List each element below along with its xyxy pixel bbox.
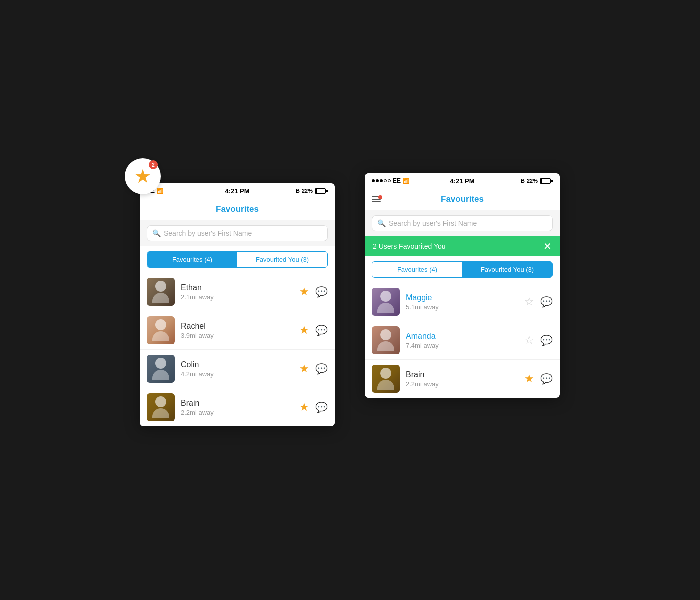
status-right-left: B 22%: [296, 188, 328, 194]
search-box-right[interactable]: 🔍 Search by user's First Name: [372, 216, 553, 232]
user-actions-brain-left: ★ 💬: [300, 401, 328, 414]
user-name-brain-left: Brain: [181, 399, 294, 408]
user-item-amanda: Amanda 7.4mi away ☆ 💬: [365, 322, 560, 360]
avatar-amanda[interactable]: [372, 326, 400, 354]
user-info-maggie: Maggie 5.1mi away: [406, 294, 518, 311]
star-brain-right[interactable]: ★: [524, 372, 534, 386]
user-name-colin: Colin: [181, 360, 294, 370]
chat-amanda[interactable]: 💬: [540, 334, 553, 346]
search-placeholder-right: Search by user's First Name: [389, 220, 477, 228]
nav-title-right: Favourites: [441, 194, 484, 204]
phone-left: EE 📶 4:21 PM B 22% Favourites: [140, 184, 335, 426]
notification-banner: 2 Users Favourited You ✕: [365, 236, 560, 256]
battery-percent-right: 22%: [527, 178, 538, 184]
tab-favourited-you-right[interactable]: Favourited You (3): [462, 262, 552, 278]
user-actions-amanda: ☆ 💬: [524, 334, 553, 347]
status-carrier-right: EE 📶: [372, 178, 410, 184]
user-actions-ethan: ★ 💬: [300, 286, 328, 298]
status-right-right: B 22%: [521, 178, 553, 184]
user-info-brain-left: Brain 2.2mi away: [181, 399, 294, 416]
search-container-right[interactable]: 🔍 Search by user's First Name: [365, 210, 560, 236]
user-item-colin: Colin 4.2mi away ★ 💬: [140, 350, 335, 388]
user-distance-brain-right: 2.2mi away: [406, 380, 518, 388]
user-name-rachel: Rachel: [181, 322, 294, 331]
user-name-maggie: Maggie: [406, 294, 518, 302]
chat-ethan[interactable]: 💬: [316, 286, 328, 298]
battery-percent-left: 22%: [302, 188, 313, 194]
carrier-right: EE: [393, 178, 401, 184]
avatar-brain-left[interactable]: [147, 394, 175, 422]
star-ethan[interactable]: ★: [300, 286, 310, 298]
notification-banner-text: 2 Users Favourited You: [373, 242, 446, 250]
user-actions-rachel: ★ 💬: [300, 324, 328, 337]
user-list-right: Maggie 5.1mi away ☆ 💬 Amanda 7.4mi away …: [365, 283, 560, 398]
scene: ★ 2 EE 📶 4:21 PM B 22%: [110, 144, 590, 456]
phone-left-wrapper: ★ 2 EE 📶 4:21 PM B 22%: [140, 174, 335, 426]
hamburger-button[interactable]: [372, 196, 381, 202]
status-bar-right: EE 📶 4:21 PM B 22%: [365, 174, 560, 188]
user-name-ethan: Ethan: [181, 284, 294, 292]
user-item-brain-right: Brain 2.2mi away ★ 💬: [365, 360, 560, 398]
avatar-colin[interactable]: [147, 355, 175, 383]
tab-favourites-left[interactable]: Favourites (4): [148, 252, 238, 268]
chat-colin[interactable]: 💬: [316, 363, 328, 375]
chat-maggie[interactable]: 💬: [540, 296, 553, 308]
user-info-amanda: Amanda 7.4mi away: [406, 332, 518, 350]
star-maggie[interactable]: ☆: [524, 296, 534, 308]
battery-icon-right: [540, 178, 553, 184]
search-icon-left: 🔍: [152, 230, 161, 238]
user-info-colin: Colin 4.2mi away: [181, 360, 294, 378]
user-item-maggie: Maggie 5.1mi away ☆ 💬: [365, 283, 560, 322]
hamburger-notification-dot: [378, 196, 382, 200]
tab-favourited-you-left[interactable]: Favourited You (3): [238, 252, 328, 268]
user-info-rachel: Rachel 3.9mi away: [181, 322, 294, 340]
user-actions-maggie: ☆ 💬: [524, 296, 553, 308]
user-distance-rachel: 3.9mi away: [181, 332, 294, 340]
tab-switcher-left[interactable]: Favourites (4) Favourited You (3): [147, 252, 328, 268]
star-badge-container: ★ 2: [125, 158, 161, 194]
user-item-brain-left: Brain 2.2mi away ★ 💬: [140, 388, 335, 426]
search-icon-right: 🔍: [378, 220, 386, 228]
search-container-left[interactable]: 🔍 Search by user's First Name: [140, 220, 335, 246]
user-distance-amanda: 7.4mi away: [406, 342, 518, 350]
user-distance-maggie: 5.1mi away: [406, 304, 518, 311]
tab-favourites-right[interactable]: Favourites (4): [372, 262, 462, 278]
status-time-left: 4:21 PM: [225, 188, 250, 195]
status-time-right: 4:21 PM: [450, 178, 474, 185]
chat-brain-left[interactable]: 💬: [316, 402, 328, 414]
user-item-rachel: Rachel 3.9mi away ★ 💬: [140, 312, 335, 350]
star-rachel[interactable]: ★: [300, 324, 310, 337]
banner-close-button[interactable]: ✕: [544, 242, 552, 252]
star-colin[interactable]: ★: [300, 362, 310, 376]
user-info-brain-right: Brain 2.2mi away: [406, 370, 518, 388]
user-distance-ethan: 2.1mi away: [181, 294, 294, 301]
star-amanda[interactable]: ☆: [524, 334, 534, 347]
avatar-maggie[interactable]: [372, 288, 400, 316]
search-box-left[interactable]: 🔍 Search by user's First Name: [147, 226, 328, 242]
user-name-amanda: Amanda: [406, 332, 518, 341]
avatar-ethan[interactable]: [147, 278, 175, 306]
phone-right: EE 📶 4:21 PM B 22% Favourites: [365, 174, 560, 398]
user-actions-colin: ★ 💬: [300, 362, 328, 376]
nav-bar-right: Favourites: [365, 188, 560, 210]
avatar-brain-right[interactable]: [372, 365, 400, 393]
nav-title-left: Favourites: [216, 204, 259, 214]
user-info-ethan: Ethan 2.1mi away: [181, 284, 294, 301]
chat-rachel[interactable]: 💬: [316, 324, 328, 336]
signal-dots-right: [372, 180, 391, 182]
user-list-left: Ethan 2.1mi away ★ 💬 Rachel 3.9mi away: [140, 273, 335, 426]
status-bar-left: EE 📶 4:21 PM B 22%: [140, 184, 335, 198]
star-badge-count: 2: [149, 160, 158, 170]
star-brain-left[interactable]: ★: [300, 401, 310, 414]
user-item-ethan: Ethan 2.1mi away ★ 💬: [140, 273, 335, 312]
nav-bar-left: Favourites: [140, 198, 335, 220]
star-badge-icon: ★: [134, 167, 152, 186]
bt-icon-left: B: [296, 188, 300, 194]
star-badge-circle: ★ 2: [125, 158, 161, 194]
wifi-icon-right: 📶: [403, 178, 410, 184]
tab-switcher-right[interactable]: Favourites (4) Favourited You (3): [372, 262, 553, 278]
user-name-brain-right: Brain: [406, 370, 518, 380]
bt-icon-right: B: [521, 178, 525, 184]
chat-brain-right[interactable]: 💬: [540, 373, 553, 385]
avatar-rachel[interactable]: [147, 316, 175, 344]
